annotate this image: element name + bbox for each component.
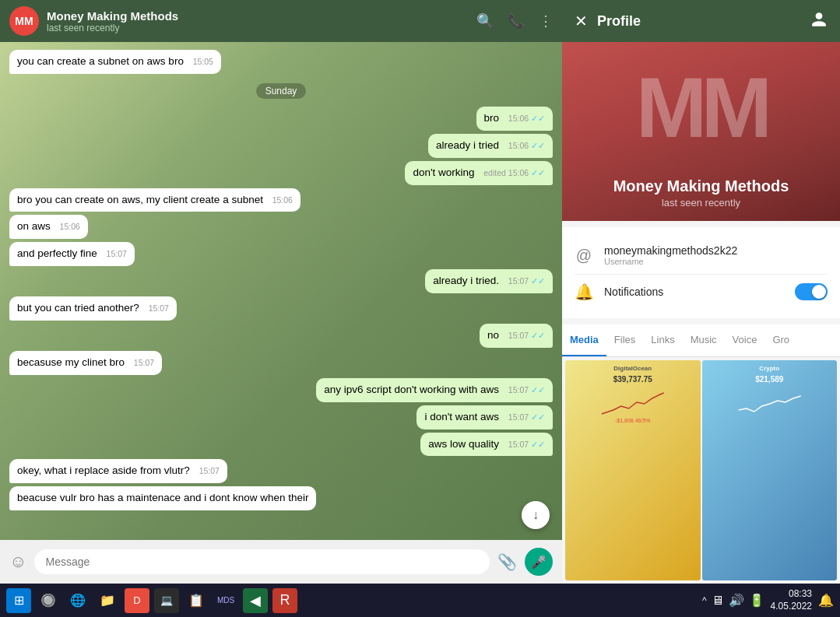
- msg-bubble: bro 15:06 ✓✓: [476, 107, 553, 131]
- chat-input-area: ☺ 📎 🎤: [0, 540, 562, 584]
- notifications-toggle[interactable]: [795, 283, 828, 300]
- profile-status-text: last seen recently: [662, 197, 740, 209]
- chat-header-info: Money Making Methods last seen recently: [47, 9, 476, 33]
- media-tabs: Media Files Links Music Voice Gro: [562, 324, 840, 357]
- date-label: Sunday: [256, 83, 307, 99]
- profile-info-section: @ moneymakingmethods2k22 Username 🔔 Noti…: [562, 227, 840, 318]
- msg-time: 15:06 ✓✓: [508, 114, 545, 123]
- msg-time: 15:07 ✓✓: [508, 331, 545, 340]
- message-row: becasuse my clinet bro 15:07: [9, 351, 553, 375]
- msg-text: bro: [484, 112, 500, 124]
- message-row: don't working edited 15:06 ✓✓: [9, 161, 553, 185]
- voice-button[interactable]: 🎤: [525, 548, 553, 576]
- message-row: bro 15:06 ✓✓: [9, 107, 553, 131]
- message-row: and perfectly fine 15:07: [9, 242, 553, 266]
- terminal-icon[interactable]: 💻: [154, 588, 179, 613]
- msg-time: 15:07 ✓✓: [508, 385, 545, 394]
- close-profile-button[interactable]: ✕: [575, 12, 588, 30]
- msg-bubble: beacuse vulr bro has a maintenace and i …: [9, 486, 316, 510]
- msg-time: 15:07 ✓✓: [508, 412, 545, 422]
- editor-icon[interactable]: D: [125, 588, 149, 613]
- message-row: i don't want aws 15:07 ✓✓: [9, 405, 553, 429]
- tab-media[interactable]: Media: [562, 324, 606, 356]
- msg-time: 15:07: [107, 249, 127, 258]
- chat-header-actions: 🔍 📞 ⋮: [476, 12, 553, 30]
- files-icon[interactable]: 📁: [95, 588, 120, 613]
- msg-bubble: bro you can create on aws, my client cre…: [9, 188, 301, 212]
- msg-bubble: on aws 15:06: [9, 215, 88, 239]
- app-icon-mds[interactable]: MDS: [213, 588, 238, 613]
- chat-panel: MM Money Making Methods last seen recent…: [0, 0, 562, 584]
- tab-links[interactable]: Links: [643, 324, 682, 356]
- message-row: already i tried 15:06 ✓✓: [9, 134, 553, 158]
- taskbar: ⊞ 🔘 🌐 📁 D 💻 📋 MDS ◀ R ^ 🖥 🔊 🔋 08:33 4.05…: [0, 584, 840, 617]
- tab-voice[interactable]: Voice: [725, 324, 765, 356]
- tab-files[interactable]: Files: [606, 324, 643, 356]
- msg-text: already i tried.: [433, 275, 499, 286]
- msg-bubble: already i tried 15:06 ✓✓: [428, 134, 553, 158]
- message-input[interactable]: [34, 549, 490, 574]
- contact-status: last seen recently: [47, 23, 476, 33]
- msg-text: okey, what i replace aside from vlutr?: [17, 465, 190, 476]
- emoji-button[interactable]: ☺: [9, 552, 26, 572]
- msg-time: 15:06: [272, 195, 293, 205]
- msg-bubble: but you can tried another? 15:07: [9, 296, 177, 321]
- tab-gro[interactable]: Gro: [764, 324, 797, 356]
- msg-time: 15:05: [193, 57, 213, 66]
- chat-header: MM Money Making Methods last seen recent…: [0, 0, 562, 42]
- message-row: you can create a subnet on aws bro 15:05: [9, 50, 553, 74]
- notifications-row: 🔔 Notifications: [575, 274, 828, 309]
- media-thumb-2[interactable]: Crypto $21,589: [702, 360, 838, 580]
- msg-bubble: no 15:07 ✓✓: [480, 324, 553, 348]
- edit-profile-button[interactable]: [810, 11, 828, 32]
- chat-messages: you can create a subnet on aws bro 15:05…: [0, 42, 562, 540]
- msg-bubble: you can create a subnet on aws bro 15:05: [9, 50, 221, 74]
- taskbar-tray: ^ 🖥 🔊 🔋: [702, 593, 764, 608]
- message-row: okey, what i replace aside from vlutr? 1…: [9, 459, 553, 483]
- read-tick: ✓✓: [531, 412, 545, 422]
- read-tick: ✓✓: [531, 440, 545, 449]
- msg-text: don't working: [413, 167, 474, 178]
- tray-volume-icon[interactable]: 🔊: [729, 593, 744, 608]
- tray-monitor-icon[interactable]: 🖥: [712, 594, 724, 608]
- message-row: already i tried. 15:07 ✓✓: [9, 269, 553, 293]
- msg-text: but you can tried another?: [17, 302, 139, 314]
- app-icon-r[interactable]: R: [272, 588, 297, 613]
- media-thumb-1[interactable]: DigitalOcean $39,737.75 -$1,808.46/5%: [565, 360, 701, 580]
- read-tick: ✓✓: [531, 331, 545, 340]
- username-row: @ moneymakingmethods2k22 Username: [575, 237, 828, 274]
- notification-center-icon[interactable]: 🔔: [818, 593, 834, 608]
- message-row: any ipv6 script don't working with aws 1…: [9, 378, 553, 402]
- attach-button[interactable]: 📎: [497, 552, 517, 571]
- username-content: moneymakingmethods2k22 Username: [604, 244, 737, 266]
- msg-time: 15:06 ✓✓: [508, 141, 545, 150]
- app-icon-s[interactable]: ◀: [243, 588, 268, 613]
- msg-text: i don't want aws: [424, 411, 499, 422]
- msg-text: already i tried: [436, 139, 499, 151]
- browser-icon[interactable]: 🌐: [65, 588, 90, 613]
- call-icon[interactable]: 📞: [508, 12, 525, 30]
- clipboard-icon[interactable]: 📋: [184, 588, 209, 613]
- msg-time: 15:07 ✓✓: [508, 276, 545, 286]
- tray-up-arrow[interactable]: ^: [702, 595, 707, 606]
- msg-bubble: okey, what i replace aside from vlutr? 1…: [9, 459, 227, 483]
- tab-music[interactable]: Music: [683, 324, 725, 356]
- taskbar-clock[interactable]: 08:33 4.05.2022: [771, 588, 812, 612]
- search-taskbar-button[interactable]: 🔘: [36, 588, 61, 613]
- msg-text: no: [487, 329, 499, 341]
- time-display: 08:33: [771, 588, 812, 601]
- search-icon[interactable]: 🔍: [476, 12, 494, 30]
- message-row: but you can tried another? 15:07: [9, 296, 553, 321]
- profile-name: Money Making Methods: [613, 177, 789, 195]
- tray-battery-icon[interactable]: 🔋: [749, 593, 764, 608]
- profile-banner: MM Money Making Methods last seen recent…: [562, 42, 840, 221]
- msg-text: and perfectly fine: [17, 247, 97, 259]
- start-button[interactable]: ⊞: [6, 588, 31, 613]
- more-icon[interactable]: ⋮: [539, 12, 553, 30]
- msg-time: 15:07: [199, 466, 220, 475]
- scroll-down-button[interactable]: ↓: [522, 501, 550, 529]
- username-label: Username: [604, 257, 737, 266]
- read-tick: ✓✓: [531, 385, 545, 394]
- contact-avatar[interactable]: MM: [9, 6, 39, 36]
- read-tick: ✓✓: [531, 141, 545, 150]
